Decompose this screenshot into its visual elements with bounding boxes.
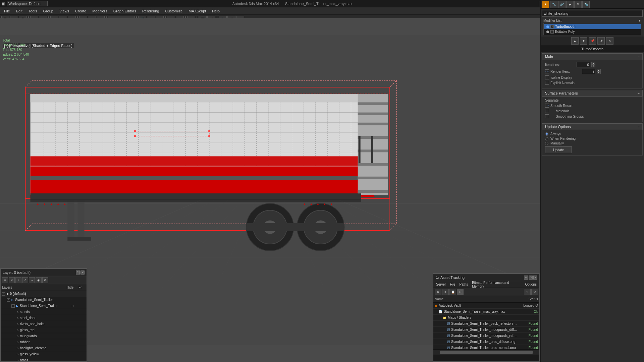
- when-rendering-radio-dot[interactable]: [545, 137, 548, 140]
- asset-menu-bitmap-perf[interactable]: Bitmap Performance and Memory: [471, 281, 522, 288]
- asset-scrollbar[interactable]: [433, 349, 539, 355]
- update-options-header[interactable]: Update Options −: [542, 123, 643, 130]
- stack-pin[interactable]: 📌: [589, 37, 596, 45]
- layer-item[interactable]: ○ rubber: [1, 339, 87, 345]
- render-iters-down[interactable]: ▼: [597, 71, 601, 74]
- asset-minimize-button[interactable]: −: [524, 276, 528, 280]
- asset-item[interactable]: 📁 Maps / Shaders: [433, 315, 539, 321]
- asset-item[interactable]: 🖼 Standalone_Semi_Trailer_tires_normal.p…: [433, 345, 539, 349]
- menu-help[interactable]: Help: [209, 8, 222, 14]
- asset-item[interactable]: 🖼 Standalone_Semi_Trailer_mudguards_refl…: [433, 333, 539, 339]
- render-iters-up[interactable]: ▲: [597, 69, 601, 71]
- modifier-editable-poly[interactable]: Editable Poly: [544, 29, 641, 34]
- stack-delete[interactable]: ✕: [606, 37, 613, 45]
- modifier-turbosmooth[interactable]: ✓ TurboSmooth: [544, 24, 641, 29]
- iterations-up[interactable]: ▲: [591, 62, 595, 65]
- stack-show[interactable]: 👁: [597, 37, 605, 45]
- asset-refresh-btn[interactable]: ↻: [435, 289, 441, 295]
- layers-list-view-btn[interactable]: ≡: [2, 277, 8, 283]
- asset-settings-btn[interactable]: ⚙: [531, 289, 538, 295]
- menu-group[interactable]: Group: [40, 8, 56, 14]
- layer-item[interactable]: − ▶ Standalone_Semi_Trailer □: [1, 303, 87, 309]
- asset-list-view-btn[interactable]: ≡: [442, 289, 449, 295]
- asset-hscroll-thumb[interactable]: [440, 351, 533, 354]
- asset-item[interactable]: 🖼 Standalone_Semi_Trailer_mudguards_diff…: [433, 327, 539, 333]
- asset-menu-file[interactable]: File: [448, 283, 457, 286]
- utilities-tab-icon[interactable]: 🔩: [582, 1, 590, 8]
- layer-item[interactable]: ○ glass_yellow: [1, 351, 87, 357]
- workspace-dropdown[interactable]: Workspace: Default: [7, 1, 48, 6]
- manually-radio-dot[interactable]: [545, 142, 548, 145]
- turbosmooth-checkbox[interactable]: ✓: [550, 25, 554, 28]
- asset-item[interactable]: 📄 Standalone_Semi_Trailer_max_vray.max O…: [433, 309, 539, 315]
- asset-help-btn[interactable]: ?: [524, 289, 531, 295]
- asset-detail-view-btn[interactable]: 📋: [449, 289, 456, 295]
- when-rendering-radio[interactable]: When Rendering: [545, 137, 640, 140]
- surface-params-header[interactable]: Surface Parameters −: [542, 90, 643, 97]
- asset-menu-options[interactable]: Options: [524, 283, 538, 286]
- layer-item[interactable]: ○ steel_dark: [1, 315, 87, 321]
- layer-expand-btn[interactable]: −: [2, 292, 5, 296]
- menu-views[interactable]: Views: [57, 8, 72, 14]
- stack-nav-down[interactable]: ▼: [580, 37, 587, 45]
- layer-expand-btn[interactable]: −: [11, 304, 15, 308]
- layers-add-btn[interactable]: +: [15, 277, 21, 283]
- render-iters-checkbox[interactable]: ✓: [545, 69, 549, 73]
- layer-item[interactable]: ○ stands: [1, 309, 87, 315]
- menu-edit[interactable]: Edit: [13, 8, 25, 14]
- asset-menu-server[interactable]: Server: [435, 283, 447, 286]
- menu-modifiers[interactable]: Modifiers: [90, 8, 110, 14]
- layers-close-button[interactable]: ✕: [80, 270, 85, 275]
- explicit-normals-checkbox[interactable]: [545, 81, 549, 85]
- layers-list[interactable]: − ■ 0 (default) + ▷ Standalone_Semi_Trai…: [1, 291, 87, 361]
- asset-item[interactable]: ⬟ Autodesk Vault Logged O: [433, 303, 539, 309]
- menu-customize[interactable]: Customize: [162, 8, 185, 14]
- layer-item[interactable]: ○ hadlights_chrome: [1, 345, 87, 351]
- always-radio[interactable]: Always: [545, 132, 640, 136]
- display-tab-icon[interactable]: 👁: [574, 1, 582, 8]
- layer-item[interactable]: ○ glass_red: [1, 327, 87, 333]
- manually-radio[interactable]: Manually: [545, 141, 640, 145]
- hierarchy-tab-icon[interactable]: 🔗: [558, 1, 566, 8]
- render-iters-spinner[interactable]: ▲ ▼: [597, 69, 601, 74]
- iterations-input[interactable]: [577, 62, 590, 67]
- layers-help-button[interactable]: ?: [76, 270, 80, 275]
- layers-select-btn[interactable]: ↗: [22, 277, 28, 283]
- layer-item[interactable]: ○ mudguards: [1, 333, 87, 339]
- asset-item[interactable]: 🖼 Standalone_Semi_Trailer_back_reflector…: [433, 321, 539, 327]
- menu-create[interactable]: Create: [72, 8, 89, 14]
- asset-item[interactable]: 🖼 Standalone_Semi_Trailer_tires_diffuse.…: [433, 339, 539, 345]
- layer-item[interactable]: + ▷ Standalone_Semi_Trailer: [1, 297, 87, 303]
- layers-set-current-btn[interactable]: ◉: [36, 277, 42, 283]
- asset-list[interactable]: ⬟ Autodesk Vault Logged O 📄 Standalone_S…: [433, 303, 539, 349]
- motion-tab-icon[interactable]: ▶: [566, 1, 574, 8]
- asset-tree-view-btn[interactable]: ⊞: [457, 289, 464, 295]
- layer-expand-btn[interactable]: +: [7, 298, 10, 302]
- layers-options-btn[interactable]: ⚙: [42, 277, 48, 283]
- layer-item[interactable]: ○ brass: [1, 357, 87, 361]
- isoline-checkbox[interactable]: [545, 75, 549, 79]
- main-rollout-header[interactable]: Main −: [542, 53, 643, 60]
- smooth-result-checkbox[interactable]: ✓: [545, 104, 549, 108]
- modifier-name-input[interactable]: [542, 10, 643, 17]
- menu-tools[interactable]: Tools: [26, 8, 40, 14]
- create-tab-icon[interactable]: ✦: [542, 1, 549, 8]
- editpoly-checkbox[interactable]: [550, 30, 554, 34]
- iterations-down[interactable]: ▼: [591, 65, 595, 67]
- stack-nav-up[interactable]: ▲: [571, 37, 579, 45]
- materials-checkbox[interactable]: [545, 109, 549, 113]
- render-iters-input[interactable]: [582, 69, 595, 74]
- asset-close-button[interactable]: ✕: [533, 276, 537, 280]
- menu-rendering[interactable]: Rendering: [140, 8, 162, 14]
- asset-menu-paths[interactable]: Paths: [458, 283, 470, 286]
- modify-tab-icon[interactable]: 🔧: [550, 1, 557, 8]
- update-button[interactable]: Update: [545, 146, 572, 153]
- modifier-list-arrow[interactable]: ▼: [638, 19, 641, 22]
- layers-move-to-layer-btn[interactable]: →: [29, 277, 35, 283]
- layers-delete-btn[interactable]: ✕: [9, 277, 15, 283]
- always-radio-dot[interactable]: [545, 132, 548, 136]
- smoothing-groups-checkbox[interactable]: [545, 114, 549, 118]
- menu-maxscript[interactable]: MAXScript: [186, 8, 209, 14]
- menu-graph-editors[interactable]: Graph Editors: [111, 8, 139, 14]
- iterations-spinner[interactable]: ▲ ▼: [591, 62, 595, 67]
